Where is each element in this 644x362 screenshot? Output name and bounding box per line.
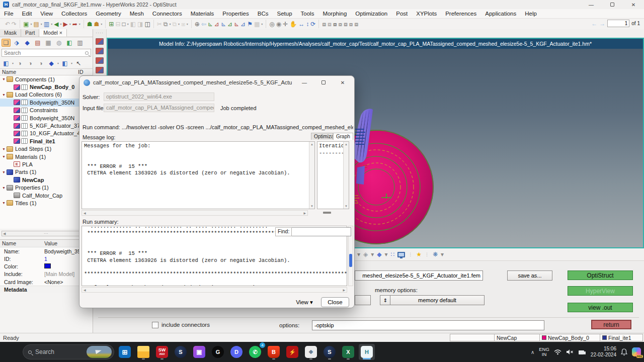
- publish-icon[interactable]: ➦: [72, 20, 77, 28]
- wireframe-diamond-icon[interactable]: ◈: [363, 251, 368, 258]
- eye-all-icon[interactable]: ◑: [15, 59, 24, 67]
- optistruct-button[interactable]: OptiStruct: [568, 270, 633, 280]
- swap-window-icon[interactable]: ◨: [137, 20, 143, 28]
- status-cell-newcap-body-0[interactable]: NewCap_Body_0: [539, 334, 600, 341]
- run-summary-hscrollbar[interactable]: ◀▶: [82, 287, 347, 293]
- new-session-icon[interactable]: ▣: [23, 20, 29, 28]
- view-dropdown-button[interactable]: View ▾: [292, 297, 316, 307]
- save-model-icon[interactable]: ▥: [44, 20, 49, 28]
- expander-icon[interactable]: ▾: [1, 93, 7, 97]
- tile-window-icon[interactable]: ⊟: [115, 20, 120, 28]
- rotate-icon[interactable]: ⟳: [310, 20, 315, 28]
- menu-view[interactable]: View: [40, 11, 53, 17]
- message-log-scrollbar[interactable]: ▲▼: [309, 142, 314, 209]
- arrow-lr-icon[interactable]: ↔: [298, 20, 304, 28]
- splitter-handle[interactable]: [323, 212, 331, 214]
- shaded-diamond-icon[interactable]: ◆: [377, 251, 381, 258]
- mask-all-icon[interactable]: ❏: [2, 39, 11, 47]
- axis-zy-icon[interactable]: ⊿: [240, 20, 246, 28]
- explorer-app[interactable]: [135, 344, 151, 360]
- solidworks-app[interactable]: SW2022: [154, 344, 170, 360]
- redo-icon[interactable]: ↷: [12, 20, 17, 28]
- dialog-tab-optimization[interactable]: Optimization: [311, 133, 333, 140]
- maximize-button[interactable]: [602, 0, 623, 9]
- menu-connectors[interactable]: Connectors: [152, 11, 182, 17]
- monitor-icon[interactable]: [397, 252, 405, 257]
- expander-icon[interactable]: ▾: [1, 77, 7, 81]
- panel-mask-icon[interactable]: ⧇: [333, 20, 337, 28]
- fit-view-icon[interactable]: ⇦: [201, 20, 206, 28]
- menu-optimization[interactable]: Optimization: [355, 11, 387, 17]
- message-log-box[interactable]: Messages for the job: *** ERROR # 15 ***…: [82, 141, 315, 209]
- panel-card-icon[interactable]: ⧇: [338, 20, 342, 28]
- cut-icon[interactable]: ✂: [157, 20, 162, 28]
- layers-icon[interactable]: ▥: [75, 39, 85, 47]
- search-input[interactable]: [4, 50, 85, 56]
- language-indicator[interactable]: ENGIN: [539, 347, 549, 357]
- shaded-icon-dropdown[interactable]: ▾: [57, 61, 59, 65]
- color-swatch[interactable]: [44, 263, 51, 268]
- eye-none-icon[interactable]: ◑: [26, 59, 35, 67]
- single-window-icon[interactable]: □: [122, 20, 125, 28]
- delete-icon[interactable]: ⧆: [181, 20, 185, 28]
- axis-yz-icon[interactable]: ⊾: [234, 20, 239, 28]
- export-icon[interactable]: ▶: [63, 20, 67, 28]
- export-icon-dropdown[interactable]: ▾: [69, 22, 71, 26]
- layout-window-icon[interactable]: ◫: [144, 20, 150, 28]
- tab-model[interactable]: Model ×: [39, 29, 67, 37]
- device-icon[interactable]: [578, 349, 586, 355]
- tree-horizontal-scrollbar[interactable]: ◀ ⋯ ▶: [2, 231, 91, 236]
- taskbar-search[interactable]: Search: [23, 344, 114, 359]
- volume-muted-icon[interactable]: [566, 349, 574, 355]
- brave-app[interactable]: B: [266, 344, 282, 360]
- menu-xyplots[interactable]: XYPlots: [416, 11, 437, 17]
- axis-yx-icon[interactable]: ⊿: [214, 20, 219, 28]
- start-button[interactable]: [3, 344, 19, 360]
- input-file-field[interactable]: [355, 270, 483, 281]
- menu-geometry[interactable]: Geometry: [96, 11, 121, 17]
- import-icon-dropdown[interactable]: ▾: [60, 22, 61, 26]
- dialog-close-button[interactable]: ✕: [333, 76, 352, 88]
- multi-cube-icon[interactable]: ◧: [65, 39, 74, 47]
- wifi-icon[interactable]: [554, 349, 561, 355]
- settings-dropdown[interactable]: ▾: [441, 251, 444, 258]
- hide-marked-icon[interactable]: ▤: [33, 39, 42, 47]
- view-snap-icon-dropdown[interactable]: ▾: [261, 22, 263, 26]
- axis-xz-icon[interactable]: ⊾: [221, 20, 226, 28]
- display-panel-icon[interactable]: ◧: [2, 59, 11, 67]
- page-number-input[interactable]: [607, 20, 629, 27]
- include-connectors-checkbox[interactable]: [152, 322, 158, 328]
- panel-entity-icon[interactable]: ⧈: [328, 20, 332, 28]
- notification-bell-icon[interactable]: [621, 348, 627, 355]
- minimize-button[interactable]: —: [581, 0, 602, 9]
- status-cell-newcap[interactable]: NewCap: [494, 334, 539, 341]
- expander-icon[interactable]: ▾: [1, 186, 7, 190]
- split-window-icon[interactable]: ◧: [130, 20, 136, 28]
- copy-icon-dropdown[interactable]: ▾: [169, 22, 171, 26]
- excel-app[interactable]: X: [340, 344, 356, 360]
- menu-applications[interactable]: Applications: [485, 11, 516, 17]
- expander-icon[interactable]: ▾: [1, 154, 7, 159]
- element-dropdown[interactable]: ▾: [385, 251, 388, 258]
- hyperview-button[interactable]: HyperView: [568, 286, 633, 296]
- dialog-tab-graph[interactable]: Graph: [333, 133, 353, 140]
- copy-icon[interactable]: ⧉: [164, 20, 168, 28]
- menu-setup[interactable]: Setup: [277, 11, 292, 17]
- status-cell-empty[interactable]: [450, 334, 494, 341]
- gamepad-app[interactable]: ▣: [191, 344, 207, 360]
- save-model-icon-dropdown[interactable]: ▾: [51, 22, 52, 26]
- dialog-maximize-button[interactable]: [314, 76, 333, 88]
- page-layout-icon-3[interactable]: [96, 57, 104, 64]
- copilot-icon[interactable]: PRE: [632, 347, 641, 356]
- menu-file[interactable]: File: [4, 11, 14, 17]
- logitech-g-app[interactable]: G: [210, 344, 226, 360]
- favorites-star-icon[interactable]: ★: [416, 251, 422, 258]
- menu-morphing[interactable]: Morphing: [323, 11, 347, 17]
- open-model-icon-dropdown[interactable]: ▾: [41, 22, 42, 26]
- import-icon[interactable]: ◀: [54, 20, 58, 28]
- pointer-icon[interactable]: ↖: [74, 59, 83, 67]
- single-window-icon-dropdown[interactable]: ▾: [127, 22, 129, 26]
- options-field[interactable]: [312, 320, 544, 330]
- menu-post[interactable]: Post: [396, 11, 408, 17]
- zoom-icon[interactable]: ⊕: [195, 20, 200, 28]
